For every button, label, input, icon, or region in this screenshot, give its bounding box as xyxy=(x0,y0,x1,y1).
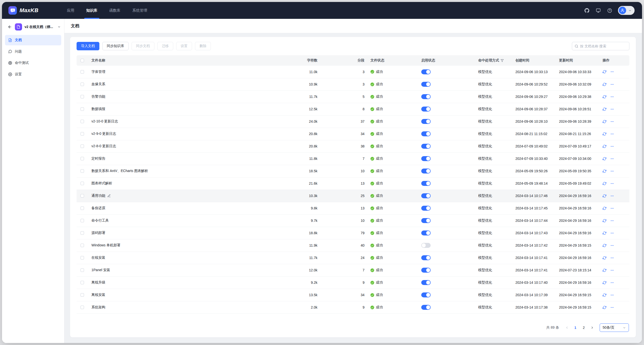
sidebar-item-settings[interactable]: 设置 xyxy=(5,69,61,80)
row-checkbox[interactable] xyxy=(80,95,84,98)
more-actions-icon[interactable] xyxy=(610,206,614,210)
doc-name[interactable]: v2-9-0 更新日志 xyxy=(92,132,116,136)
more-actions-icon[interactable] xyxy=(610,182,614,186)
row-checkbox[interactable] xyxy=(80,244,84,247)
row-checkbox[interactable] xyxy=(80,107,84,111)
table-row[interactable]: 通用功能 10.3k 25 成功 模型优化 2024-03-14 10:17:4… xyxy=(76,190,630,202)
doc-name[interactable]: 命令行工具 xyxy=(92,218,109,223)
doc-name[interactable]: 字体管理 xyxy=(92,70,105,74)
doc-name[interactable]: 数据填报 xyxy=(92,107,105,111)
table-row[interactable]: 在线安装 11.7k 24 成功 模型优化 2024-03-14 10:17:4… xyxy=(76,252,630,264)
table-row[interactable]: 定时报告 11.8k 7 成功 模型优化 2024-07-09 10:33:40… xyxy=(76,152,630,165)
row-checkbox[interactable] xyxy=(80,157,84,160)
doc-name[interactable]: 定时报告 xyxy=(92,156,105,161)
table-row[interactable]: 数据关系和 AntV、ECharts 图表解析 18.5k 10 成功 模型优化… xyxy=(76,165,630,177)
more-actions-icon[interactable] xyxy=(610,144,614,148)
enable-toggle[interactable] xyxy=(421,156,431,161)
table-row[interactable]: 系统架构 2.0k 9 成功 模型优化 2024-03-14 10:17:38 … xyxy=(76,301,630,314)
more-actions-icon[interactable] xyxy=(610,82,614,86)
more-actions-icon[interactable] xyxy=(610,120,614,124)
page-number-1[interactable]: 1 xyxy=(572,324,579,331)
doc-name[interactable]: 图表样式解析 xyxy=(92,181,112,186)
row-checkbox[interactable] xyxy=(80,194,84,198)
table-row[interactable]: 源码部署 18.8k 79 成功 模型优化 2024-03-14 10:17:4… xyxy=(76,227,630,239)
doc-name[interactable]: 1Panel 安装 xyxy=(92,268,110,272)
knowledge-base-title[interactable]: v2 在线文档（绑... xyxy=(24,25,55,29)
sidebar-item-documents[interactable]: 文档 xyxy=(5,35,61,45)
more-actions-icon[interactable] xyxy=(610,95,614,99)
row-checkbox[interactable] xyxy=(80,219,84,222)
refresh-icon[interactable] xyxy=(602,82,606,86)
enable-toggle[interactable] xyxy=(421,82,431,87)
nav-item-function-library[interactable]: 函数库 xyxy=(103,2,126,19)
refresh-icon[interactable] xyxy=(602,157,606,160)
enable-toggle[interactable] xyxy=(421,243,431,248)
row-checkbox[interactable] xyxy=(80,132,84,136)
refresh-icon[interactable] xyxy=(602,95,606,99)
refresh-icon[interactable] xyxy=(602,256,606,260)
row-checkbox[interactable] xyxy=(80,182,84,185)
table-row[interactable]: v2-8-0 更新日志 20.8k 38 成功 模型优化 2024-07-09 … xyxy=(76,140,630,152)
sidebar-item-questions[interactable]: 问题 xyxy=(5,46,61,57)
table-row[interactable]: 图表样式解析 21.6k 13 成功 模型优化 2024-05-09 19:48… xyxy=(76,177,630,190)
filter-icon[interactable] xyxy=(500,59,504,62)
doc-name[interactable]: 系统架构 xyxy=(92,305,105,310)
enable-toggle[interactable] xyxy=(421,268,431,273)
enable-toggle[interactable] xyxy=(421,193,431,198)
enable-toggle[interactable] xyxy=(421,119,431,124)
doc-name[interactable]: 备份还原 xyxy=(92,206,105,210)
search-input[interactable] xyxy=(580,44,627,48)
brand-logo-group[interactable]: MaxKB xyxy=(8,2,56,19)
row-checkbox[interactable] xyxy=(80,206,84,210)
refresh-icon[interactable] xyxy=(602,70,606,74)
table-row[interactable]: 数据填报 12.5k 8 成功 模型优化 2024-09-06 10:28:37… xyxy=(76,103,630,115)
table-row[interactable]: 离线升级 9.2k 9 成功 模型优化 2024-03-14 10:17:40 … xyxy=(76,276,630,289)
table-row[interactable]: 血缘关系 10.9k 3 成功 模型优化 2024-09-06 10:29:52… xyxy=(76,78,630,90)
sync-knowledge-base-button[interactable]: 同步知识库 xyxy=(102,42,128,50)
more-actions-icon[interactable] xyxy=(610,281,614,284)
settings-button[interactable]: 设置 xyxy=(176,42,192,50)
refresh-icon[interactable] xyxy=(602,169,606,173)
row-checkbox[interactable] xyxy=(80,268,84,272)
doc-name[interactable]: 离线安装 xyxy=(92,293,105,297)
import-document-button[interactable]: 导入文档 xyxy=(76,42,99,50)
select-all-checkbox[interactable] xyxy=(80,59,84,62)
more-actions-icon[interactable] xyxy=(610,231,614,235)
more-actions-icon[interactable] xyxy=(610,169,614,173)
kb-switch-chevron-down-icon[interactable] xyxy=(58,25,61,28)
refresh-icon[interactable] xyxy=(602,293,606,297)
page-number-2[interactable]: 2 xyxy=(580,324,587,331)
github-icon[interactable] xyxy=(584,8,590,14)
nav-item-system-management[interactable]: 系统管理 xyxy=(126,2,153,19)
enable-toggle[interactable] xyxy=(421,280,431,285)
more-actions-icon[interactable] xyxy=(610,194,614,198)
more-actions-icon[interactable] xyxy=(610,219,614,222)
page-size-select[interactable]: 50条/页 xyxy=(600,324,629,332)
more-actions-icon[interactable] xyxy=(610,293,614,297)
row-checkbox[interactable] xyxy=(80,281,84,284)
refresh-icon[interactable] xyxy=(602,244,606,247)
row-checkbox[interactable] xyxy=(80,231,84,235)
enable-toggle[interactable] xyxy=(421,181,431,186)
refresh-icon[interactable] xyxy=(602,144,606,148)
table-row[interactable]: 1Panel 安装 12.0k 7 成功 模型优化 2024-03-14 10:… xyxy=(76,264,630,276)
migrate-button[interactable]: 迁移 xyxy=(157,42,173,50)
table-row[interactable]: 命令行工具 9.7k 10 成功 模型优化 2024-03-14 10:17:4… xyxy=(76,214,630,227)
delete-button[interactable]: 删除 xyxy=(195,42,211,50)
table-row[interactable]: Windows 单机部署 11.9k 40 成功 模型优化 2024-03-14… xyxy=(76,239,630,252)
row-checkbox[interactable] xyxy=(80,293,84,297)
table-row[interactable]: 告警功能 11.7k 5 成功 模型优化 2024-09-06 10:29:27… xyxy=(76,90,630,103)
refresh-icon[interactable] xyxy=(602,281,606,284)
nav-item-knowledge-base[interactable]: 知识库 xyxy=(80,2,103,19)
row-checkbox[interactable] xyxy=(80,144,84,148)
refresh-icon[interactable] xyxy=(602,182,606,186)
doc-name[interactable]: 告警功能 xyxy=(92,94,105,99)
refresh-icon[interactable] xyxy=(602,206,606,210)
doc-name[interactable]: 在线安装 xyxy=(92,256,105,260)
more-actions-icon[interactable] xyxy=(610,107,614,111)
refresh-icon[interactable] xyxy=(602,306,606,309)
sidebar-item-hit-test[interactable]: 命中测试 xyxy=(5,58,61,68)
row-checkbox[interactable] xyxy=(80,256,84,260)
back-icon[interactable] xyxy=(7,24,12,30)
more-actions-icon[interactable] xyxy=(610,132,614,136)
